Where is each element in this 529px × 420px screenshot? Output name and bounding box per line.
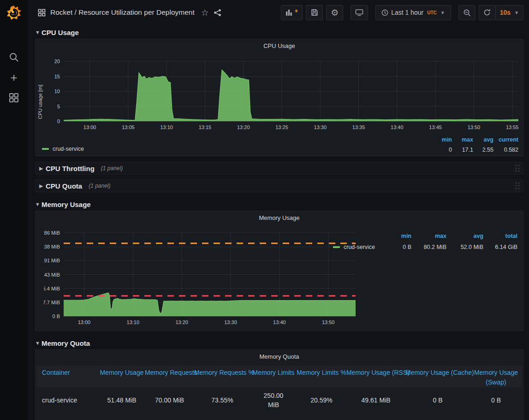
row-header-cpu-throttling[interactable]: ▶ CPU Throttling (1 panel) [35,162,523,175]
cpu-usage-chart[interactable]: 0510152013:0013:0513:1013:1513:2013:2513… [44,54,521,140]
memory-usage-chart[interactable]: 0 B47.7 MiB95.4 MiB143 MiB191 MiB238 MiB… [44,229,357,330]
add-panel-icon [285,9,294,16]
main-area: Rocket / Resource Utilization per Deploy… [28,0,529,420]
refresh-button[interactable] [479,5,496,20]
svg-text:13:35: 13:35 [352,124,365,130]
grafana-flame-icon [6,5,22,21]
series-color-swatch [42,148,49,150]
svg-text:20: 20 [54,59,60,64]
column-header-memory-usage[interactable]: Memory Usage [99,366,145,378]
memory-quota-table: Container Memory Usage Memory Requests M… [36,366,522,413]
dashboard-canvas: ▼ CPU Usage CPU Usage CPU usage [m] 0510… [28,25,529,420]
cell-memory-usage: 51.48 MiB [99,396,145,404]
svg-text:10: 10 [54,89,60,94]
legend-series-crud-service[interactable]: crud-service [333,244,387,250]
svg-text:13:50: 13:50 [468,124,481,130]
save-dashboard-button[interactable] [306,5,323,20]
legend-stat-avg[interactable]: avg [446,233,483,239]
svg-text:0: 0 [57,118,60,124]
panel-title[interactable]: CPU Usage [36,39,523,52]
legend-stat-max[interactable]: max [411,233,446,239]
svg-text:13:55: 13:55 [506,124,519,130]
cpu-legend: min max avg current 0 17.1 2.55 0.582 [36,135,523,156]
svg-text:13:15: 13:15 [199,124,212,130]
legend-stat-total[interactable]: total [483,233,517,239]
svg-text:13:05: 13:05 [122,124,135,130]
chevron-down-icon: ▼ [440,10,445,15]
series-color-swatch [333,246,340,248]
chevron-right-icon: ▶ [39,183,46,189]
cpu-usage-panel: CPU Usage CPU usage [m] 0510152013:0013:… [35,39,523,156]
table-header-row: Container Memory Usage Memory Requests M… [36,366,522,387]
legend-stat-avg[interactable]: avg [473,136,493,143]
row-header-memory-quota[interactable]: ▼ Memory Quota [35,337,523,349]
row-label: CPU Quota [46,182,82,190]
time-range-label: Last 1 hour [391,9,423,16]
column-header-memory-usage-cache[interactable]: Memory Usage (Cache) [405,366,470,378]
panel-title[interactable]: Memory Usage [36,211,523,224]
memory-legend: min max avg total crud-service 0 B 80.2 … [333,231,517,253]
create-plus-icon[interactable]: + [5,68,23,87]
add-panel-button[interactable]: + [281,5,303,20]
memory-usage-panel: Memory Usage 0 B47.7 MiB95.4 MiB143 MiB1… [35,211,523,331]
row-drag-handle[interactable] [515,182,520,191]
legend-value-avg: 52.0 MiB [446,244,483,250]
cell-memory-usage-rss: 49.61 MiB [346,396,405,404]
svg-text:143 MiB: 143 MiB [44,272,60,278]
panel-count: (1 panel) [89,183,110,189]
column-header-memory-requests-pct[interactable]: Memory Requests % [194,366,250,378]
legend-stat-current[interactable]: current [493,136,518,143]
panel-title[interactable]: Memory Quota [36,350,523,363]
column-header-memory-requests[interactable]: Memory Requests [145,366,194,378]
search-icon[interactable] [5,48,23,66]
cell-memory-usage-cache: 0 B [405,396,470,404]
svg-text:238 MiB: 238 MiB [44,244,60,249]
column-header-container[interactable]: Container [36,366,99,378]
cycle-view-button[interactable] [351,5,368,20]
share-icon[interactable] [214,9,221,17]
legend-stat-min[interactable]: min [432,136,452,143]
zoom-out-button[interactable] [458,5,476,20]
svg-text:13:00: 13:00 [83,124,96,130]
dashboard-title[interactable]: Rocket / Resource Utilization per Deploy… [50,8,195,17]
column-header-memory-limits[interactable]: Memory Limits [250,366,297,378]
svg-text:13:30: 13:30 [224,319,237,325]
dashboards-icon[interactable] [5,89,23,107]
svg-text:13:40: 13:40 [273,319,286,325]
table-row[interactable]: crud-service 51.48 MiB 70.00 MiB 73.55% … [36,387,522,413]
svg-text:13:20: 13:20 [175,319,188,325]
legend-value-max: 17.1 [452,147,473,153]
legend-stat-max[interactable]: max [452,136,473,143]
series-name: crud-service [344,244,375,250]
svg-text:13:30: 13:30 [314,124,327,130]
memory-quota-panel: Memory Quota Container Memory Usage Memo… [35,349,523,420]
svg-text:286 MiB: 286 MiB [44,230,60,236]
zoom-out-icon [463,9,471,17]
column-header-memory-limits-pct[interactable]: Memory Limits % [297,366,346,378]
time-range-picker[interactable]: Last 1 hourUTC ▼ [375,5,451,20]
svg-text:47.7 MiB: 47.7 MiB [44,300,60,305]
grafana-logo[interactable] [5,4,23,22]
star-icon[interactable]: ☆ [201,7,209,18]
dashboard-settings-button[interactable]: ⚙ [326,5,343,20]
legend-series-crud-service[interactable]: crud-service [42,146,84,152]
column-header-memory-usage-swap[interactable]: Memory Usage (Swap) [470,366,522,387]
legend-value-min: 0 [432,147,452,153]
row-header-cpu-quota[interactable]: ▶ CPU Quota (1 panel) [35,179,523,192]
row-header-cpu-usage[interactable]: ▼ CPU Usage [35,26,523,39]
save-icon [311,9,318,16]
grafana-app: + Rocket / Resource Utilization per Depl… [0,0,529,420]
row-drag-handle[interactable] [515,164,520,173]
legend-stat-min[interactable]: min [387,233,411,239]
svg-text:13:50: 13:50 [322,319,335,325]
chevron-down-icon: ▼ [35,340,42,346]
refresh-interval-label: 10s [500,9,511,16]
refresh-interval-picker[interactable]: 10s ▼ [496,5,523,20]
timezone-label: UTC [427,10,437,15]
legend-value-min: 0 B [387,244,411,250]
row-label: CPU Usage [42,29,79,36]
row-header-memory-usage[interactable]: ▼ Memory Usage [35,198,523,211]
cell-memory-limits: 250.00 MiB [250,391,297,410]
column-header-memory-usage-rss[interactable]: Memory Usage (RSS) [346,366,405,378]
panel-count: (1 panel) [101,165,123,172]
